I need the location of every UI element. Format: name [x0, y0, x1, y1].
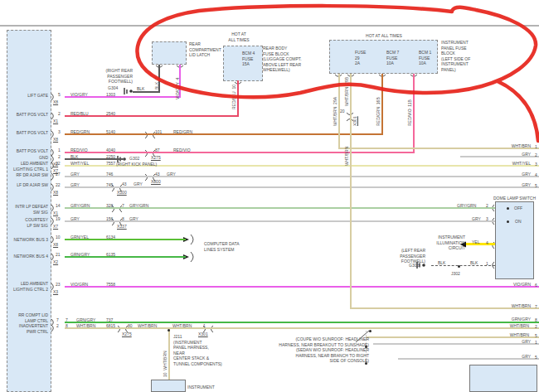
wire-wht-brn-j211-v — [168, 329, 170, 380]
label-wht-brn-29b: WHT/BRN 29B — [344, 77, 350, 106]
label-wht-brn-29a: WHT/BRN 29A — [333, 97, 338, 126]
label-wht-yel: WHT/YEL — [70, 161, 89, 167]
splice-dot-2 — [365, 346, 367, 348]
label-101: 101 — [155, 129, 162, 135]
g304-location: (RIGHT REAR PASSENGER FOOTWELL) — [85, 68, 133, 85]
label-2: 2 — [58, 154, 61, 160]
wiring-diagram-page: 1 1 LIFT GATEBATT POS VOLTBATT POS VOLTB… — [0, 0, 539, 392]
label-grn-gry: GRN/GRY — [76, 317, 95, 323]
label-87: 87 — [155, 148, 160, 153]
wire-red-vio-fuse-v — [413, 74, 415, 153]
pin-lift-gate: LIFT GATE — [5, 93, 48, 99]
label-5: 5 — [535, 333, 537, 339]
label-x2: X2 — [53, 259, 58, 265]
label-x7: X7 — [53, 168, 58, 174]
label-blk: BLK — [470, 260, 478, 266]
label-7557: 7557 — [106, 161, 115, 167]
ip-fuse-block-label: INSTRUMENT PANEL FUSE BLOCK (LEFT SIDE O… — [441, 40, 470, 72]
g302-location: (RIGHT KICK PANEL) — [116, 162, 157, 167]
label-5: 5 — [535, 355, 537, 361]
label-737: 737 — [106, 317, 113, 323]
pin-network-bus-4: NETWORK BUS 4 — [5, 254, 48, 259]
label-3: 3 — [535, 162, 537, 167]
pin-courtesy: COURTESY LP SW SIG — [5, 217, 48, 228]
g302-label: G302 — [129, 156, 139, 162]
pin-gnd: GND — [5, 155, 48, 161]
label-grn-gry: GRN/GRY — [498, 317, 531, 322]
label-10: 10 — [56, 235, 61, 240]
label-4040: 4040 — [106, 148, 115, 153]
label-blk-2: BLK 2 — [154, 77, 160, 90]
label-x7: X7 — [53, 224, 58, 230]
label-blk: BLK — [438, 260, 445, 266]
label-745: 745 — [106, 182, 113, 188]
label-x8: X8 — [53, 190, 58, 196]
label-gry: GRY — [472, 216, 481, 222]
label-wht-brn: WHT/BRN — [344, 147, 350, 166]
label-wht-brn: WHT/BRN — [498, 143, 531, 149]
dome-lamp-switch-box — [495, 201, 534, 279]
label-gry: GRY — [134, 181, 143, 187]
splice-dot-5 — [507, 207, 509, 210]
label-wht-yel: WHT/YEL — [498, 161, 531, 167]
label-gry: GRY — [498, 339, 531, 345]
label-x1: X1 — [53, 211, 58, 216]
label-x3: X3 — [53, 289, 58, 295]
label-2: 2 — [535, 152, 537, 158]
label-43: 43 — [155, 172, 160, 177]
label-7558: 7558 — [106, 282, 115, 288]
wire-gry-746 — [65, 176, 539, 177]
pin-bracket — [51, 325, 53, 332]
wire-yel-illum — [466, 243, 495, 245]
dome-on-label: ON — [515, 219, 522, 225]
latch-label: REAR COMPARTMENT LID LATCH — [189, 41, 221, 58]
label-gry: GRY — [70, 216, 80, 222]
label-red-vio-11b: RED/VIO 11B — [407, 99, 413, 126]
pin-inadvertent: INADVERTENT PWR CTRL — [5, 323, 48, 334]
label-4: 4 — [535, 172, 537, 178]
instrument-box — [151, 380, 186, 392]
rear-compartment-lid-latch-box — [152, 41, 187, 65]
label-x8: X8 — [53, 242, 58, 248]
wire-grn-gry-737 — [65, 322, 539, 323]
g303-location: (LEFT REAR PASSENGER FOOTWELL) — [388, 248, 425, 264]
label-3: 3 — [58, 129, 61, 135]
label-2540: 2540 — [106, 111, 115, 117]
label-red-grn: RED/GRN — [70, 129, 90, 135]
pin-led-ambient-1: LED AMBIENT LIGHTING CTRL 1 — [5, 161, 48, 172]
label-gry: GRY — [498, 354, 531, 360]
pin-rr-compt-lid: RR COMPT LID LAMP CTRL — [5, 312, 48, 323]
label-x275: X275 — [151, 155, 161, 161]
label-gry-grn: GRY/GRN — [129, 203, 148, 209]
label-6134: 6134 — [106, 235, 115, 240]
splice-dot-0 — [168, 329, 170, 332]
label-10-wht-brn: 10 WHT/BRN — [163, 351, 168, 377]
label-gry-grn: GRY/GRN — [457, 203, 476, 209]
label-14: 14 — [56, 203, 61, 209]
pin-batt-pos-volt-1: BATT POS VOLT — [5, 112, 48, 118]
wire-vio-grn-7558 — [65, 286, 539, 288]
wire-wht-brn-29b-v — [350, 74, 352, 309]
sunroof-note: (COUPE W/O SUNROOF: HEADLINER HARNESS, N… — [245, 336, 369, 364]
rear-lamp-box — [469, 365, 537, 392]
label-red-blu: RED/BLU — [70, 111, 89, 117]
label-x301: X301 — [352, 116, 358, 126]
label-1: 1 — [486, 261, 488, 267]
frame-top-line — [0, 25, 539, 27]
label-red-grn-16b: RED/GRN 16B — [376, 97, 381, 126]
label-blk: BLK — [137, 86, 144, 92]
label-6135: 6135 — [106, 252, 115, 258]
label-grn-gry: GRN/GRY — [70, 252, 90, 258]
g303-label: G303 — [409, 263, 419, 269]
label-red-vio: RED/VIO — [70, 148, 88, 153]
dome-lamp-switch-title: DOME LAMP SWITCH — [493, 196, 536, 201]
pin-network-bus-3: NETWORK BUS 3 — [5, 237, 48, 243]
splice-dot-1 — [458, 265, 460, 268]
pin-batt-pos-volt-2: BATT POS VOLT — [5, 130, 48, 136]
pin-rf-dr-ajar: RF DR AJAR SW — [5, 172, 48, 178]
j302-label: J302 — [451, 271, 460, 277]
label-328: 328 — [106, 203, 113, 209]
label-43: 43 — [122, 181, 127, 187]
wire-red-blu-fuse-v — [237, 80, 239, 117]
label-wht-brn: WHT/BRN — [172, 323, 192, 329]
